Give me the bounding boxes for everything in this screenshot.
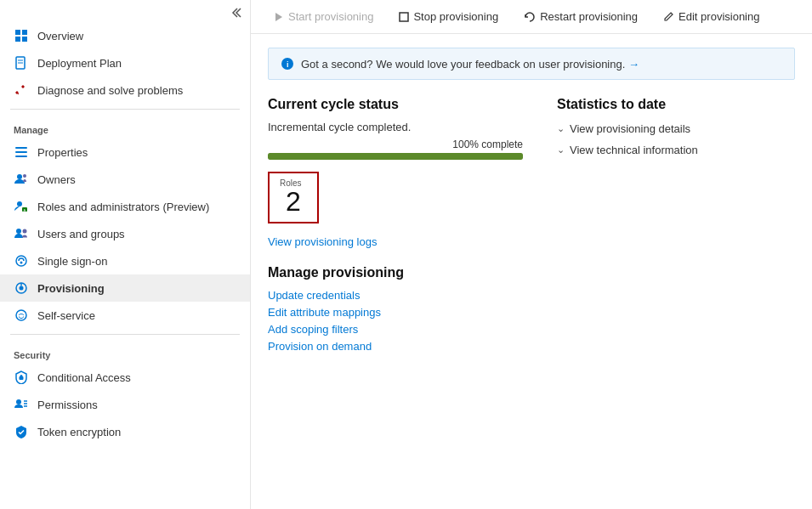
sidebar-item-overview[interactable]: Overview xyxy=(0,22,250,49)
sidebar-item-permissions-label: Permissions xyxy=(37,399,98,411)
stop-provisioning-label: Stop provisioning xyxy=(413,10,498,23)
sidebar-item-provisioning-label: Provisioning xyxy=(37,282,105,295)
sidebar-item-roles-label: Roles and administrators (Preview) xyxy=(37,201,209,213)
svg-rect-8 xyxy=(15,147,27,149)
sidebar-divider-1 xyxy=(10,109,240,110)
right-column: Statistics to date ⌄ View provisioning d… xyxy=(557,97,795,357)
update-credentials-link[interactable]: Update credentials xyxy=(268,289,523,302)
sidebar-section-security: Security xyxy=(0,340,250,364)
svg-point-18 xyxy=(16,256,26,266)
statistics-title: Statistics to date xyxy=(557,97,795,112)
svg-rect-10 xyxy=(15,156,27,157)
sidebar-item-diagnose[interactable]: Diagnose and solve problems xyxy=(0,76,250,104)
roles-card-number: 2 xyxy=(280,188,307,215)
stop-provisioning-button[interactable]: Stop provisioning xyxy=(389,5,508,28)
sidebar: Overview Deployment Plan Diagnose and so… xyxy=(0,0,251,509)
svg-point-25 xyxy=(20,375,23,377)
svg-rect-3 xyxy=(22,37,27,42)
sidebar-collapse-button[interactable] xyxy=(0,0,250,22)
sidebar-item-token-encryption[interactable]: Token encryption xyxy=(0,418,250,445)
provision-on-demand-link[interactable]: Provision on demand xyxy=(268,340,523,353)
sidebar-item-conditional-access-label: Conditional Access xyxy=(37,371,131,384)
wrench-icon xyxy=(14,82,29,98)
start-provisioning-label: Start provisioning xyxy=(288,10,373,23)
restart-provisioning-label: Restart provisioning xyxy=(540,10,638,23)
svg-point-21 xyxy=(20,286,24,291)
roles-card: Roles 2 xyxy=(268,172,319,223)
sidebar-item-owners[interactable]: Owners xyxy=(0,166,250,193)
start-provisioning-button[interactable]: Start provisioning xyxy=(264,5,383,28)
svg-rect-2 xyxy=(15,37,20,42)
sidebar-item-provisioning[interactable]: Provisioning xyxy=(0,274,250,302)
svg-point-16 xyxy=(16,229,21,234)
edit-attribute-mappings-link[interactable]: Edit attribute mappings xyxy=(268,306,523,319)
view-technical-info-item[interactable]: ⌄ View technical information xyxy=(557,144,795,156)
sidebar-item-roles-admins[interactable]: A Roles and administrators (Preview) xyxy=(0,193,250,220)
person-tag-icon: A xyxy=(14,199,29,214)
sidebar-item-properties-label: Properties xyxy=(37,146,88,159)
view-provisioning-details-item[interactable]: ⌄ View provisioning details xyxy=(557,122,795,135)
sidebar-item-self-service[interactable]: Self-service xyxy=(0,302,250,329)
token-icon xyxy=(14,424,29,439)
svg-point-26 xyxy=(16,399,21,404)
banner-text: Got a second? We would love your feedbac… xyxy=(301,58,639,71)
svg-point-12 xyxy=(23,174,26,178)
sidebar-item-token-encryption-label: Token encryption xyxy=(37,426,121,438)
grid-icon xyxy=(14,28,29,43)
edit-provisioning-label: Edit provisioning xyxy=(679,10,759,23)
svg-point-23 xyxy=(16,310,26,320)
toolbar: Start provisioning Stop provisioning Res… xyxy=(251,0,812,34)
sidebar-item-deployment-plan-label: Deployment Plan xyxy=(37,57,122,70)
view-technical-info-label: View technical information xyxy=(570,144,698,156)
sidebar-item-users-groups-label: Users and groups xyxy=(37,228,125,240)
shield-lock-icon xyxy=(14,370,29,385)
sidebar-item-diagnose-label: Diagnose and solve problems xyxy=(37,84,183,97)
info-icon: i xyxy=(281,57,294,71)
svg-point-17 xyxy=(23,229,27,234)
sidebar-item-deployment-plan[interactable]: Deployment Plan xyxy=(0,49,250,76)
permissions-icon xyxy=(14,397,29,412)
svg-point-11 xyxy=(17,174,22,179)
sidebar-item-users-groups[interactable]: Users and groups xyxy=(0,220,250,247)
sidebar-item-sso-label: Single sign-on xyxy=(37,255,107,268)
svg-text:i: i xyxy=(287,60,289,69)
people-icon xyxy=(14,172,29,187)
sidebar-item-permissions[interactable]: Permissions xyxy=(0,391,250,418)
restart-provisioning-button[interactable]: Restart provisioning xyxy=(514,5,647,28)
main-panel: Start provisioning Stop provisioning Res… xyxy=(251,0,812,509)
svg-rect-0 xyxy=(15,30,20,35)
manage-provisioning-title: Manage provisioning xyxy=(268,265,523,280)
sidebar-item-overview-label: Overview xyxy=(37,30,83,42)
svg-point-13 xyxy=(17,201,22,206)
view-provisioning-details-label: View provisioning details xyxy=(570,122,690,135)
sidebar-divider-2 xyxy=(10,334,240,335)
sidebar-item-sso[interactable]: Single sign-on xyxy=(0,247,250,274)
sidebar-item-self-service-label: Self-service xyxy=(37,309,95,322)
users-icon xyxy=(14,226,29,241)
book-icon xyxy=(14,55,29,71)
sso-icon xyxy=(14,253,29,269)
cycle-status-text: Incremental cycle completed. xyxy=(268,121,523,133)
add-scoping-filters-link[interactable]: Add scoping filters xyxy=(268,323,523,336)
svg-rect-9 xyxy=(15,151,27,153)
left-column: Current cycle status Incremental cycle c… xyxy=(268,97,523,357)
current-cycle-title: Current cycle status xyxy=(268,97,523,112)
chevron-down-icon-2: ⌄ xyxy=(557,144,565,156)
provisioning-icon xyxy=(14,280,29,296)
two-col-layout: Current cycle status Incremental cycle c… xyxy=(268,97,795,357)
content-area: i Got a second? We would love your feedb… xyxy=(251,34,812,509)
svg-point-19 xyxy=(20,262,23,264)
banner-link[interactable]: → xyxy=(628,58,639,71)
info-banner: i Got a second? We would love your feedb… xyxy=(268,48,795,80)
svg-text:A: A xyxy=(24,208,26,212)
sidebar-item-properties[interactable]: Properties xyxy=(0,139,250,166)
chevron-down-icon-1: ⌄ xyxy=(557,123,565,134)
list-icon xyxy=(14,144,29,160)
view-provisioning-logs-link[interactable]: View provisioning logs xyxy=(268,235,377,248)
view-logs-label: View provisioning logs xyxy=(268,235,377,248)
sidebar-item-conditional-access[interactable]: Conditional Access xyxy=(0,364,250,391)
progress-bar-container xyxy=(268,153,523,160)
progress-bar-fill xyxy=(268,153,523,160)
edit-provisioning-button[interactable]: Edit provisioning xyxy=(654,5,769,28)
selfservice-icon xyxy=(14,308,29,323)
